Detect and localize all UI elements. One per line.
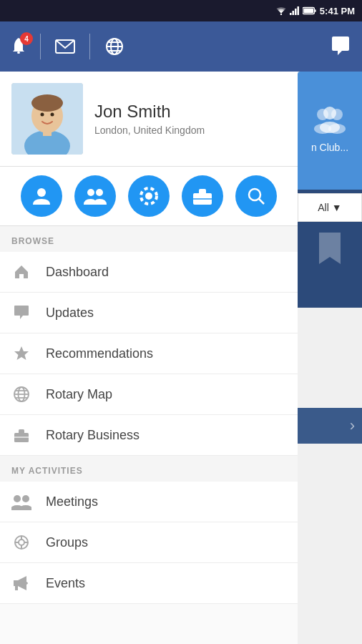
dropdown-arrow: ▼ — [332, 202, 342, 213]
groups-icon — [11, 532, 31, 552]
menu-item-rotary-business[interactable]: Rotary Business — [0, 415, 298, 456]
svg-point-18 — [323, 107, 336, 119]
top-bar-left: 4 — [9, 34, 127, 59]
svg-point-21 — [320, 122, 340, 133]
status-time: 5:41 PM — [320, 6, 355, 16]
recommendations-label: Recommendations — [46, 346, 153, 361]
chevron-right-icon: › — [350, 416, 355, 435]
profile-location: London, United Kingdom — [94, 125, 205, 136]
chat-icon — [329, 35, 352, 58]
business-briefcase-icon — [11, 425, 31, 445]
overlay-top-card[interactable]: n Club... — [298, 72, 362, 190]
members-action-btn[interactable] — [74, 175, 116, 217]
svg-point-46 — [14, 495, 21, 502]
mail-icon — [55, 38, 75, 55]
profile-info: Jon Smith London, United Kingdom — [94, 102, 205, 136]
signal-icon — [290, 6, 300, 15]
svg-point-32 — [145, 192, 152, 200]
settings-icon — [138, 185, 160, 207]
svg-rect-1 — [290, 13, 292, 15]
overlay-panel: n Club... — [298, 72, 362, 308]
profile-section: Jon Smith London, United Kingdom — [0, 72, 298, 167]
search-icon — [246, 186, 266, 206]
mail-button[interactable] — [52, 35, 78, 58]
svg-point-49 — [19, 505, 31, 510]
svg-point-0 — [280, 14, 282, 15]
svg-point-47 — [22, 495, 29, 502]
search-action-btn[interactable] — [235, 175, 277, 217]
browse-section-label: BROWSE — [0, 226, 298, 252]
briefcase-icon — [192, 186, 213, 206]
rotary-business-label: Rotary Business — [46, 428, 140, 443]
members-icon — [84, 186, 107, 206]
svg-rect-2 — [292, 11, 294, 15]
star-icon — [11, 343, 31, 364]
svg-line-37 — [259, 199, 264, 204]
avatar-image — [11, 83, 83, 155]
events-megaphone-icon — [11, 573, 31, 593]
svg-point-26 — [31, 94, 63, 112]
divider-1 — [40, 34, 41, 59]
status-icons: 5:41 PM — [275, 6, 355, 16]
top-bar: 4 — [0, 21, 362, 72]
events-label: Events — [46, 576, 85, 591]
map-globe-icon — [11, 384, 31, 404]
profile-action-btn[interactable] — [21, 175, 62, 217]
menu-item-groups[interactable]: Groups — [0, 522, 298, 563]
groups-label: Groups — [46, 535, 88, 550]
globe-button[interactable] — [102, 34, 127, 59]
notification-badge: 4 — [20, 32, 33, 45]
svg-marker-38 — [14, 346, 29, 360]
svg-rect-4 — [297, 6, 299, 15]
menu-item-updates[interactable]: Updates — [0, 293, 298, 333]
status-bar: 5:41 PM — [0, 0, 362, 21]
menu-item-events[interactable]: Events — [0, 563, 298, 604]
main-drawer: Jon Smith London, United Kingdom — [0, 72, 298, 644]
home-icon — [11, 262, 31, 282]
profile-name: Jon Smith — [94, 102, 205, 122]
menu-item-recommendations[interactable]: Recommendations — [0, 333, 298, 374]
menu-item-dashboard[interactable]: Dashboard — [0, 252, 298, 293]
svg-rect-3 — [295, 9, 297, 15]
globe-icon — [104, 36, 124, 57]
action-buttons-row — [0, 167, 298, 226]
club-text: n Club... — [308, 139, 351, 156]
notification-button[interactable]: 4 — [9, 36, 29, 57]
svg-rect-8 — [17, 52, 20, 54]
battery-icon — [303, 6, 317, 15]
rotary-map-label: Rotary Map — [46, 387, 112, 402]
activities-section-label: MY ACTIVITIES — [0, 456, 298, 482]
meetings-label: Meetings — [46, 494, 98, 509]
svg-point-29 — [37, 188, 46, 197]
all-dropdown[interactable]: All ▼ — [298, 193, 362, 222]
wifi-icon — [275, 6, 287, 15]
chat-bubble-icon — [11, 303, 31, 323]
bookmark-icon — [315, 231, 344, 267]
meetings-icon — [11, 492, 31, 512]
menu-item-meetings[interactable]: Meetings — [0, 482, 298, 522]
svg-rect-7 — [303, 9, 313, 13]
group-overlay-icon — [312, 106, 348, 135]
chat-button[interactable] — [319, 21, 362, 72]
settings-action-btn[interactable] — [128, 175, 170, 217]
svg-rect-6 — [315, 9, 316, 12]
svg-point-28 — [51, 113, 54, 117]
menu-item-rotary-map[interactable]: Rotary Map — [0, 374, 298, 415]
avatar — [11, 83, 83, 155]
all-label: All — [318, 202, 329, 213]
divider-2 — [89, 34, 90, 59]
dashboard-label: Dashboard — [46, 265, 109, 280]
person-icon — [31, 186, 52, 206]
svg-point-36 — [249, 189, 260, 200]
svg-point-27 — [41, 113, 44, 117]
svg-point-31 — [96, 189, 103, 196]
briefcase-action-btn[interactable] — [182, 175, 223, 217]
updates-label: Updates — [46, 306, 94, 321]
arrow-right-btn[interactable]: › — [298, 408, 362, 444]
svg-point-30 — [87, 189, 94, 196]
svg-point-51 — [19, 540, 24, 545]
